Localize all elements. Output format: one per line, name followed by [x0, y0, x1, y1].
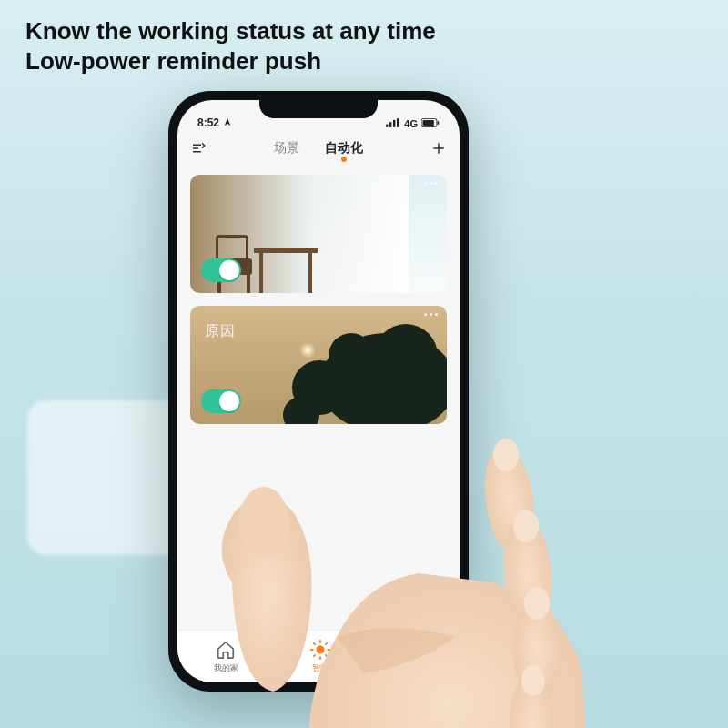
- card-menu-icon[interactable]: [424, 313, 438, 316]
- status-time: 8:52: [197, 116, 219, 129]
- card-toggle[interactable]: [201, 258, 241, 282]
- nav-home[interactable]: 我的家: [214, 640, 238, 674]
- phone-frame: 8:52 4G 场景 自动化: [168, 91, 469, 692]
- svg-line-11: [326, 654, 327, 655]
- svg-rect-2: [393, 120, 395, 127]
- nav-me[interactable]: 我: [403, 640, 423, 674]
- svg-rect-1: [389, 122, 391, 127]
- card-menu-icon[interactable]: [424, 182, 438, 185]
- phone-screen: 8:52 4G 场景 自动化: [177, 100, 460, 682]
- svg-point-17: [410, 647, 411, 649]
- promo-headline: Know the working status at any time Low-…: [25, 16, 436, 76]
- notification-badge: [419, 638, 424, 643]
- svg-line-10: [314, 642, 315, 643]
- network-label: 4G: [404, 118, 418, 129]
- home-icon: [216, 640, 236, 662]
- sort-icon[interactable]: [190, 140, 207, 160]
- automation-card[interactable]: [190, 175, 447, 293]
- automation-card[interactable]: 原因: [190, 306, 447, 424]
- svg-point-24: [493, 439, 519, 471]
- bottom-nav: 我的家 智能 我: [177, 630, 460, 682]
- tabs: 场景 自动化: [274, 140, 363, 160]
- phone-notch: [259, 100, 378, 118]
- svg-line-15: [326, 642, 327, 643]
- card-toggle[interactable]: [201, 389, 241, 413]
- nav-smart[interactable]: 智能: [310, 640, 330, 674]
- svg-point-21: [500, 515, 557, 632]
- tab-automation[interactable]: 自动化: [325, 140, 363, 160]
- location-icon: [223, 116, 232, 129]
- add-icon[interactable]: [430, 140, 447, 160]
- svg-point-22: [511, 595, 562, 706]
- nav-label: 智能: [312, 662, 329, 674]
- svg-point-20: [479, 443, 541, 558]
- battery-icon: [421, 118, 440, 129]
- svg-line-14: [314, 654, 315, 655]
- tab-scene[interactable]: 场景: [274, 140, 299, 160]
- app-header: 场景 自动化: [177, 131, 460, 166]
- nav-label: 我的家: [214, 662, 238, 674]
- svg-point-7: [317, 645, 325, 653]
- card-label: 原因: [205, 322, 236, 341]
- svg-point-18: [415, 647, 417, 649]
- svg-point-16: [405, 641, 421, 657]
- svg-point-26: [524, 587, 550, 620]
- svg-rect-3: [397, 118, 399, 127]
- svg-point-25: [513, 510, 539, 542]
- svg-rect-0: [386, 125, 388, 127]
- svg-point-23: [510, 673, 555, 728]
- signal-icon: [386, 118, 400, 129]
- svg-rect-6: [438, 121, 440, 125]
- card-list: 原因: [177, 166, 460, 446]
- svg-point-27: [521, 665, 545, 696]
- nav-label: 我: [410, 662, 418, 674]
- sun-icon: [310, 640, 330, 662]
- svg-rect-5: [423, 120, 434, 126]
